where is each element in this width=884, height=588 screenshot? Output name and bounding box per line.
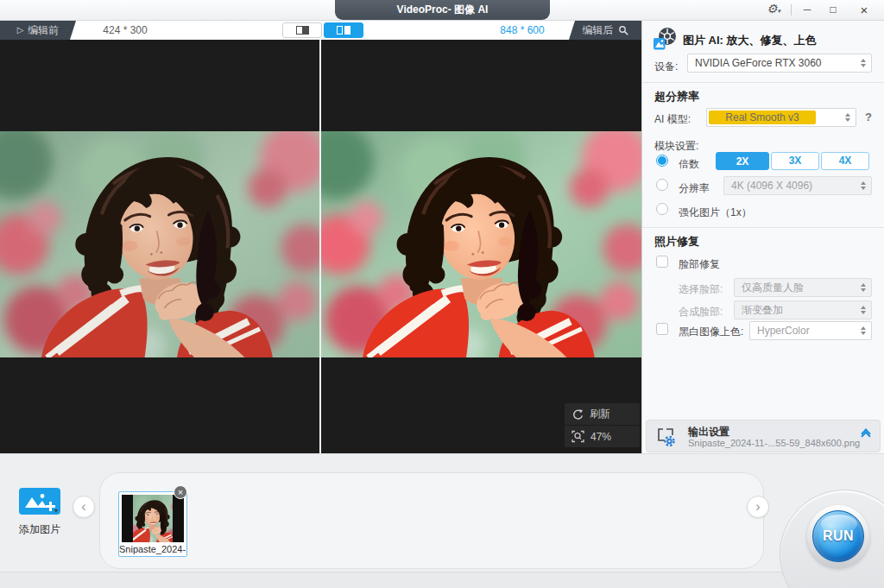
section-separator: [642, 227, 884, 228]
maximize-button[interactable]: □: [822, 0, 844, 20]
settings-gear-icon[interactable]: ⚙▾: [767, 2, 780, 16]
window-title: VideoProc- 图像 AI: [335, 0, 550, 20]
resolution-label: 分辨率: [679, 181, 710, 196]
thumbnail-image: [122, 495, 184, 542]
stepper-icon: [845, 113, 850, 122]
add-image-icon: [22, 490, 57, 513]
bottom-edge-strip: [0, 572, 884, 588]
thumbnail-card[interactable]: Snipaste_2024-1 ×: [118, 491, 187, 557]
tab-after-edit[interactable]: 编辑后: [569, 21, 641, 40]
thumbnails-prev-button[interactable]: ‹: [73, 496, 95, 518]
stepper-icon: [861, 326, 866, 335]
device-select[interactable]: NVIDIA GeForce RTX 3060: [687, 54, 872, 73]
play-icon: ▷: [17, 26, 24, 35]
magnifier-icon: [618, 25, 628, 35]
tab-before-label: 编辑前: [28, 23, 59, 38]
thumbnails-next-button[interactable]: ›: [747, 496, 769, 518]
enhance-label: 强化图片（1x）: [679, 205, 752, 220]
face-repair-checkbox[interactable]: [656, 256, 668, 268]
stepper-icon: [861, 181, 866, 190]
add-image-label: 添加图片: [3, 522, 76, 537]
section-super-resolution: 超分辨率: [654, 89, 699, 104]
thumbnail-tray: [99, 472, 764, 569]
preview-overlay: 刷新 47%: [565, 403, 640, 448]
blend-face-value: 渐变叠加: [742, 301, 854, 319]
single-view-toggle[interactable]: [282, 22, 322, 38]
run-button[interactable]: RUN: [812, 510, 864, 562]
ai-model-select[interactable]: Real Smooth v3: [706, 108, 856, 127]
scale-radio[interactable]: [656, 155, 668, 167]
output-settings-card[interactable]: 输出设置 Snipaste_2024-11-...55-59_848x600.p…: [646, 420, 881, 452]
image-ai-logo-icon: [654, 27, 679, 50]
scale-label: 倍数: [679, 157, 699, 172]
titlebar-divider: [791, 4, 792, 16]
colorize-value: HyperColor: [757, 322, 854, 339]
add-image-dropdown-arrow-icon[interactable]: ▾: [54, 507, 58, 515]
tab-before-edit[interactable]: ▷ 编辑前: [0, 21, 76, 40]
settings-dropdown-arrow-icon: ▾: [778, 8, 781, 14]
after-photo: [321, 131, 641, 357]
select-face-value: 仅高质量人脸: [742, 279, 854, 296]
blend-face-label: 合成脸部:: [679, 305, 723, 319]
minimize-button[interactable]: ─: [796, 0, 818, 20]
videoproc-window: VideoProc- 图像 AI ⚙▾ ─ □ × ▷ 编辑前 424 * 30…: [0, 0, 884, 588]
media-tray-bar: ▾ 添加图片 ‹ Snipaste_2024-1 × › RUN: [0, 453, 884, 588]
window-title-text: VideoProc- 图像 AI: [397, 3, 489, 16]
refresh-icon: [571, 408, 584, 420]
refresh-button[interactable]: 刷新: [565, 403, 640, 425]
before-image-pane[interactable]: [0, 40, 319, 453]
tab-after-label: 编辑后: [583, 23, 614, 38]
section-separator: [642, 82, 884, 83]
stepper-icon: [861, 59, 866, 67]
view-mode-toggles: [282, 22, 363, 38]
output-filename: Snipaste_2024-11-...55-59_848x600.png: [688, 438, 860, 448]
collapse-chevrons-icon[interactable]: [862, 430, 869, 439]
resolution-value: 4K (4096 X 4096): [731, 177, 854, 194]
after-size-label: 848 * 600: [483, 21, 561, 40]
split-view-toggle[interactable]: [324, 22, 363, 38]
refresh-label: 刷新: [590, 407, 610, 421]
resolution-radio[interactable]: [656, 179, 668, 191]
colorize-label: 黑白图像上色:: [679, 325, 743, 339]
zoom-level-button[interactable]: 47%: [565, 426, 640, 447]
scale-4x-button[interactable]: 4X: [821, 152, 869, 170]
blend-face-select: 渐变叠加: [734, 300, 872, 319]
settings-sidebar: 图片 AI: 放大、修复、上色 设备: NVIDIA GeForce RTX 3…: [642, 21, 884, 453]
after-image-pane[interactable]: 刷新 47%: [321, 40, 641, 453]
enhance-radio[interactable]: [656, 203, 668, 215]
face-repair-label: 脸部修复: [679, 257, 720, 272]
zoom-brackets-icon: [571, 430, 584, 443]
select-face-label: 选择脸部:: [679, 282, 723, 297]
thumbnail-remove-button[interactable]: ×: [174, 485, 187, 499]
zoom-level-value: 47%: [590, 431, 611, 443]
select-face-select: 仅高质量人脸: [734, 278, 872, 297]
thumbnail-photo: [133, 495, 173, 542]
resolution-select: 4K (4096 X 4096): [723, 176, 872, 195]
close-button[interactable]: ×: [853, 0, 875, 20]
colorize-select[interactable]: HyperColor: [749, 321, 872, 340]
device-label: 设备:: [654, 60, 678, 74]
scale-2x-button[interactable]: 2X: [716, 152, 769, 170]
ai-model-label: AI 模型:: [654, 112, 691, 127]
output-settings-icon: [655, 427, 676, 447]
stepper-icon: [861, 306, 866, 314]
title-bar: VideoProc- 图像 AI ⚙▾ ─ □ ×: [0, 0, 884, 21]
split-view-icon: [337, 26, 350, 35]
before-size-label: 424 * 300: [86, 21, 164, 40]
model-help-icon[interactable]: ?: [865, 111, 872, 123]
before-photo: [0, 131, 319, 357]
sidebar-title: 图片 AI: 放大、修复、上色: [683, 33, 817, 48]
thumbnail-filename: Snipaste_2024-1: [119, 544, 186, 554]
module-settings-label: 模块设置:: [654, 139, 698, 154]
single-view-icon: [296, 26, 309, 35]
colorize-checkbox[interactable]: [656, 323, 668, 335]
section-photo-repair: 照片修复: [654, 234, 699, 250]
stepper-icon: [861, 283, 866, 292]
preview-header: ▷ 编辑前 424 * 300 848 * 600 编辑后: [0, 21, 641, 40]
device-value: NVIDIA GeForce RTX 3060: [695, 54, 854, 72]
scale-3x-button[interactable]: 3X: [771, 152, 819, 170]
ai-model-value: Real Smooth v3: [709, 111, 816, 124]
